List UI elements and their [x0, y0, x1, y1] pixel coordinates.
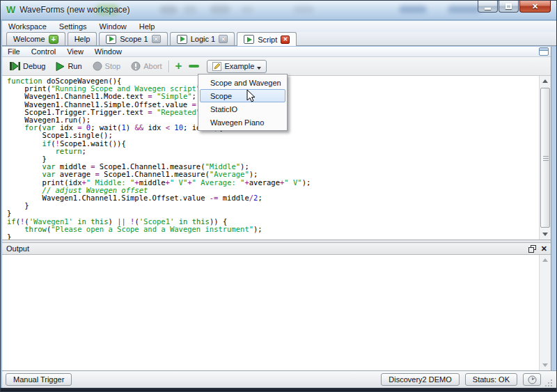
example-label: Example — [224, 62, 254, 70]
output-scrollbar[interactable] — [539, 255, 551, 370]
waveforms-logo-icon: W — [6, 4, 15, 15]
play-icon — [106, 35, 116, 44]
example-dropdown-button[interactable]: Example — [207, 60, 267, 73]
code-line: if(!Scope1.wait()){ — [7, 140, 539, 148]
output-panel-title: Output — [6, 244, 29, 253]
tab-scope1[interactable]: Scope 1 ✕ — [99, 32, 167, 45]
close-panel-icon[interactable]: ✕ — [541, 244, 547, 253]
script-menu-window[interactable]: Window — [89, 47, 127, 56]
undock-panel-icon[interactable] — [528, 245, 536, 253]
example-dropdown-menu: Scope and Wavegen Scope StaticIO Wavegen… — [198, 74, 288, 131]
manual-trigger-button[interactable]: Manual Trigger — [6, 373, 72, 386]
run-label: Run — [68, 62, 81, 70]
window-title: WaveForms (new workspace) — [19, 5, 130, 15]
instrument-tab-bar: Welcome + Help Scope 1 ✕ Logic 1 ✕ Scrip… — [2, 32, 556, 46]
tab-script[interactable]: Script ✕ — [237, 32, 297, 46]
scroll-up-arrow-icon[interactable] — [540, 255, 551, 265]
mdi-workspace: File Control View Window Debug — [2, 47, 556, 370]
tab-help[interactable]: Help — [68, 32, 97, 45]
chevron-down-icon — [257, 67, 261, 70]
script-menu-view[interactable]: View — [61, 47, 89, 56]
editor-scrollbar[interactable] — [539, 76, 551, 240]
minimize-icon — [485, 8, 491, 10]
add-script-tab-button[interactable]: + — [172, 60, 186, 72]
desktop-edge — [1, 388, 557, 392]
resize-grip[interactable] — [545, 379, 553, 386]
menu-window[interactable]: Window — [93, 22, 133, 31]
play-icon — [177, 35, 187, 44]
mouse-cursor — [246, 89, 256, 102]
maximize-icon — [505, 3, 512, 9]
code-line: Wavegen1.Channel1.Simple.Offset.value -=… — [7, 194, 539, 202]
debug-label: Debug — [23, 62, 45, 70]
play-icon — [244, 35, 254, 44]
tab-logic1-close-icon[interactable]: ✕ — [219, 35, 228, 43]
output-panel-header: Output ✕ — [2, 243, 551, 255]
status-bar: Manual Trigger Discovery2 DEMO Status: O… — [2, 370, 556, 388]
device-button[interactable]: Discovery2 DEMO — [381, 373, 459, 386]
tab-welcome-label: Welcome — [13, 35, 45, 43]
menu-settings[interactable]: Settings — [53, 22, 93, 31]
stop-button[interactable]: Stop — [89, 60, 125, 72]
tab-welcome[interactable]: Welcome + — [6, 32, 65, 45]
app-menu-bar: Workspace Settings Window Help — [2, 21, 556, 32]
tab-scope1-close-icon[interactable]: ✕ — [152, 35, 161, 43]
abort-icon — [131, 61, 141, 71]
abort-label: Abort — [143, 62, 162, 70]
code-line: return; — [7, 148, 539, 155]
minus-icon — [189, 65, 199, 68]
close-button[interactable]: ✕ — [519, 1, 551, 13]
title-bar: W WaveForms (new workspace) ✕ — [1, 1, 557, 20]
script-menu-control[interactable]: Control — [26, 47, 61, 56]
script-toolbar: Debug Run Stop — [2, 57, 551, 76]
output-panel-body — [2, 255, 551, 370]
debug-button[interactable]: Debug — [6, 61, 49, 72]
toolbar-separator — [168, 61, 169, 72]
scroll-down-arrow-icon[interactable] — [540, 229, 551, 240]
scroll-down-arrow-icon[interactable] — [540, 360, 551, 370]
tab-script-close-icon[interactable]: ✕ — [281, 36, 290, 44]
abort-button[interactable]: Abort — [127, 60, 165, 72]
plus-icon: + — [175, 61, 182, 71]
close-icon: ✕ — [532, 2, 538, 11]
scrollbar-thumb[interactable] — [540, 88, 550, 228]
menu-item-wavegen-piano[interactable]: Wavegen Piano — [200, 116, 285, 129]
device-monitor-button[interactable] — [523, 373, 541, 386]
gauge-icon — [528, 375, 537, 384]
stop-icon — [93, 61, 102, 71]
menu-help[interactable]: Help — [133, 22, 162, 31]
waveforms-window: W WaveForms (new workspace) ✕ Workspace … — [0, 0, 557, 392]
window-controls: ✕ — [478, 1, 551, 13]
maximize-button[interactable] — [499, 1, 519, 13]
script-menu-file[interactable]: File — [2, 47, 26, 56]
status-button[interactable]: Status: OK — [465, 373, 517, 386]
tab-scope1-label: Scope 1 — [120, 35, 148, 43]
tab-logic1-label: Logic 1 — [191, 35, 215, 43]
run-button[interactable]: Run — [52, 61, 85, 72]
code-line: } — [7, 233, 539, 240]
float-window-icon[interactable] — [539, 47, 549, 56]
tab-help-label: Help — [74, 35, 91, 43]
minimize-button[interactable] — [478, 1, 498, 13]
scroll-up-arrow-icon[interactable] — [540, 76, 551, 86]
menu-item-scope-and-wavegen[interactable]: Scope and Wavegen — [200, 76, 285, 89]
run-icon — [56, 62, 65, 71]
remove-script-tab-button[interactable] — [185, 63, 203, 69]
stop-label: Stop — [105, 62, 121, 70]
code-line: throw("Please open a Scope and a Wavegen… — [7, 226, 539, 233]
tab-script-label: Script — [258, 36, 277, 44]
tab-logic1[interactable]: Logic 1 ✕ — [170, 32, 235, 45]
debug-icon — [10, 62, 20, 70]
menu-item-scope[interactable]: Scope — [200, 89, 285, 102]
menu-item-staticio[interactable]: StaticIO — [200, 102, 285, 116]
pencil-icon — [212, 62, 221, 71]
add-instrument-icon[interactable]: + — [49, 35, 58, 44]
code-line: } — [7, 202, 539, 210]
script-menu-bar: File Control View Window — [2, 47, 551, 57]
menu-workspace[interactable]: Workspace — [2, 22, 53, 31]
